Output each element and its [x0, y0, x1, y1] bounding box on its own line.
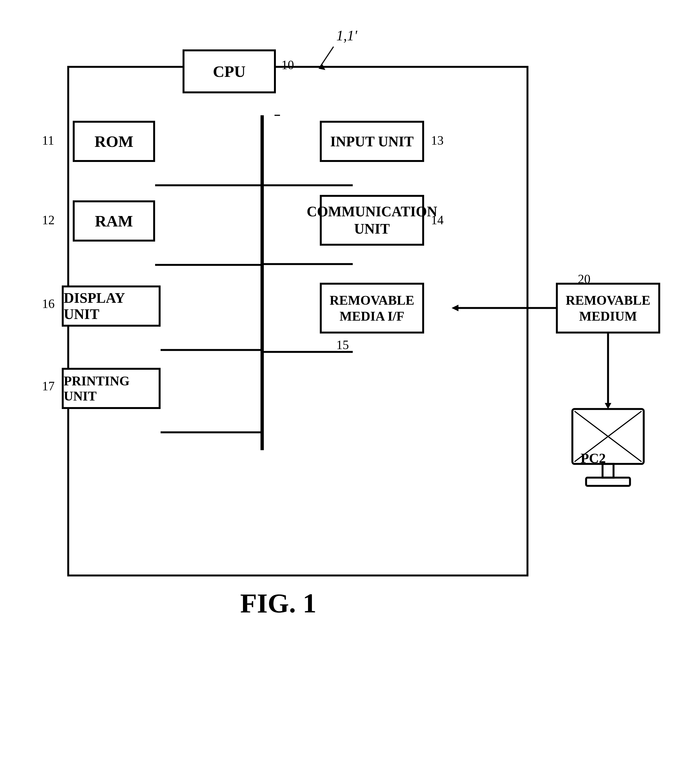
label-12: 12	[42, 213, 55, 227]
label-20: 20	[578, 272, 590, 286]
label-13: 13	[431, 133, 443, 148]
label-14: 14	[431, 213, 443, 227]
printing-unit-box: PRINTING UNIT	[62, 368, 161, 409]
cpu-box: CPU	[183, 49, 276, 93]
label-11: 11	[42, 133, 54, 148]
pc2-label: PC2	[581, 450, 606, 466]
diagram-container: 1,1' CPU 10 ROM 11 RAM 12 DISPLAY UNIT 1…	[34, 22, 666, 763]
removable-medium-box: REMOVABLEMEDIUM	[556, 283, 660, 333]
ram-box: RAM	[73, 200, 155, 241]
label-16: 16	[42, 296, 55, 311]
display-unit-box: DISPLAY UNIT	[62, 285, 161, 326]
comm-unit-box: COMMUNICATIONUNIT	[320, 195, 424, 246]
figure-label: FIG. 1	[240, 588, 317, 619]
svg-line-0	[320, 47, 333, 67]
ref-label-main: 1,1'	[336, 27, 357, 43]
svg-rect-18	[586, 478, 630, 486]
label-15: 15	[336, 338, 349, 352]
label-10: 10	[282, 58, 294, 72]
rom-box: ROM	[73, 121, 155, 162]
svg-marker-13	[605, 403, 611, 409]
label-17: 17	[42, 379, 55, 393]
input-unit-box: INPUT UNIT	[320, 121, 424, 162]
rmif-box: REMOVABLEMEDIA I/F	[320, 283, 424, 333]
